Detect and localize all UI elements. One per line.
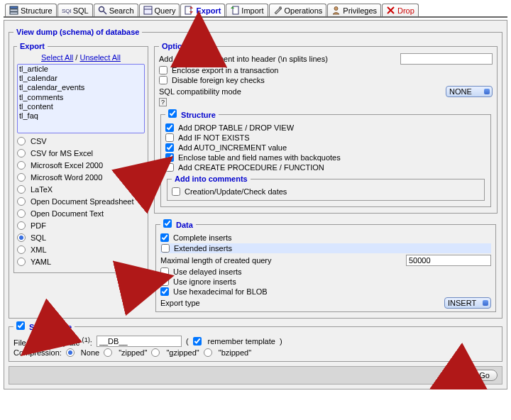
select-all-link[interactable]: Select All (41, 53, 73, 62)
custom-comment-label: Add custom comment into header (\n split… (159, 55, 328, 63)
svg-rect-8 (185, 6, 191, 14)
compression-zipped[interactable] (104, 348, 112, 357)
svg-text:SQL: SQL (62, 8, 71, 14)
format-excel2000[interactable] (17, 161, 26, 170)
create-procedure-check[interactable] (165, 163, 174, 172)
list-item: tl_comments (18, 93, 144, 102)
compression-bzipped[interactable] (204, 348, 212, 357)
compression-gzipped[interactable] (151, 348, 160, 357)
compression-label: Compression: (13, 348, 62, 357)
help-icon[interactable]: ? (159, 98, 167, 106)
options-legend: Options (159, 42, 194, 50)
save-as-file-toggle[interactable] (16, 321, 25, 330)
list-item: tl_calendar (18, 74, 144, 83)
compat-mode-label: SQL compatibility mode (159, 87, 241, 96)
format-latex[interactable] (17, 185, 26, 194)
ignore-inserts-check[interactable] (160, 277, 169, 286)
format-pdf[interactable] (17, 221, 26, 230)
unselect-all-link[interactable]: Unselect All (79, 53, 120, 62)
bottom-bar: Go (9, 366, 502, 385)
template-input[interactable] (97, 336, 182, 347)
svg-point-11 (334, 7, 338, 11)
comments-fieldset: Add into comments Creation/Update/Check … (167, 175, 485, 201)
table-list[interactable]: tl_article tl_calendar tl_calendar_event… (17, 64, 145, 133)
view-dump-fieldset: View dump (schema) of database Export Se… (9, 28, 502, 319)
structure-icon (9, 6, 18, 15)
tab-drop[interactable]: Drop (382, 4, 419, 16)
structure-toggle[interactable] (168, 109, 177, 118)
compat-mode-select[interactable]: NONE (446, 86, 493, 97)
export-fieldset: Export Select All / Unselect All tl_arti… (13, 42, 148, 273)
svg-rect-0 (10, 6, 18, 9)
save-as-file-fieldset: Save as file File name template (1): ( r… (9, 321, 502, 362)
svg-rect-9 (233, 6, 238, 14)
add-drop-check[interactable] (165, 123, 174, 132)
tab-label: Query (155, 6, 176, 15)
svg-rect-2 (10, 12, 18, 14)
auto-increment-check[interactable] (165, 143, 174, 152)
tab-query[interactable]: Query (139, 4, 180, 16)
sql-icon: SQL (62, 6, 71, 15)
tab-privileges[interactable]: Privileges (327, 4, 381, 16)
dates-check[interactable] (172, 187, 180, 196)
export-legend: Export (17, 42, 48, 50)
format-ods[interactable] (17, 197, 26, 206)
svg-point-4 (99, 7, 104, 12)
tab-label: Drop (397, 6, 414, 15)
tab-bar: Structure SQL SQL Search Query Export Im… (4, 4, 507, 18)
extended-inserts-check[interactable] (161, 244, 170, 253)
tab-label: SQL (73, 6, 89, 15)
svg-rect-6 (144, 6, 152, 14)
enclose-transaction-check[interactable] (159, 66, 167, 74)
main-container: View dump (schema) of database Export Se… (4, 20, 507, 389)
tab-label: Privileges (343, 6, 377, 15)
hex-blob-check[interactable] (160, 287, 169, 296)
go-button[interactable]: Go (471, 370, 498, 381)
comments-legend: Add into comments (172, 175, 251, 183)
tab-label: Structure (21, 6, 53, 15)
delayed-inserts-check[interactable] (160, 267, 169, 276)
complete-inserts-check[interactable] (160, 233, 169, 242)
query-icon (143, 6, 153, 15)
svg-point-10 (279, 6, 282, 9)
remember-template-check[interactable] (193, 337, 202, 346)
custom-comment-input[interactable] (400, 53, 493, 65)
options-fieldset: Options Add custom comment into header (… (154, 42, 498, 214)
format-csv[interactable] (17, 137, 26, 145)
tab-search[interactable]: Search (94, 4, 138, 16)
backquote-check[interactable] (165, 153, 174, 162)
data-fieldset: Data Complete inserts Extended inserts M… (155, 219, 496, 312)
maxlen-input[interactable] (406, 255, 491, 266)
tab-sql[interactable]: SQL SQL (57, 4, 93, 16)
data-toggle[interactable] (163, 219, 172, 228)
list-item: tl_content (18, 102, 144, 111)
tab-export[interactable]: Export (180, 4, 225, 16)
format-yaml[interactable] (17, 258, 26, 266)
privileges-icon (331, 6, 341, 15)
operations-icon (273, 6, 282, 15)
tab-label: Search (109, 6, 134, 15)
export-type-select[interactable]: INSERT (444, 297, 491, 309)
compression-none[interactable] (66, 348, 75, 357)
disable-fk-check[interactable] (159, 76, 167, 84)
list-item: tl_faq (18, 111, 144, 121)
maxlen-label: Maximal length of created query (160, 256, 272, 265)
tab-operations[interactable]: Operations (269, 4, 327, 16)
search-icon (98, 6, 107, 15)
import-icon (230, 6, 239, 15)
svg-rect-1 (10, 9, 18, 11)
export-type-label: Export type (160, 299, 200, 307)
format-word2000[interactable] (17, 173, 26, 182)
format-csv-excel[interactable] (17, 149, 26, 158)
svg-line-5 (104, 11, 106, 14)
tab-import[interactable]: Import (226, 4, 268, 16)
format-xml[interactable] (17, 245, 26, 254)
format-sql[interactable] (17, 233, 26, 242)
if-not-exists-check[interactable] (165, 133, 174, 142)
list-item: tl_article (18, 65, 144, 74)
drop-icon (386, 6, 395, 15)
tab-structure[interactable]: Structure (5, 4, 57, 16)
list-item: tl_calendar_events (18, 83, 144, 92)
format-odt[interactable] (17, 209, 26, 218)
tab-label: Operations (285, 6, 323, 15)
